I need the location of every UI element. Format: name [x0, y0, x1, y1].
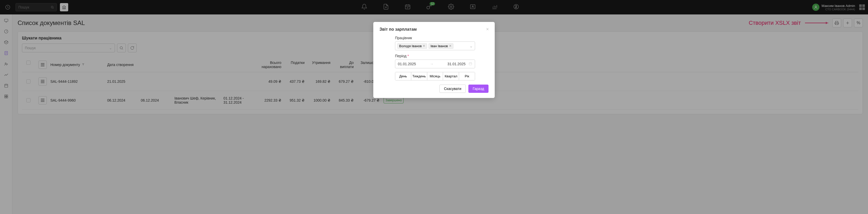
svg-rect-19	[469, 62, 472, 65]
date-range-input[interactable]: 01.01.2025 → 31.01.2025	[395, 60, 475, 68]
cancel-button[interactable]: Скасувати	[439, 84, 466, 93]
close-icon[interactable]	[486, 27, 490, 32]
period-option[interactable]: Тиждень	[411, 72, 427, 80]
date-from: 01.01.2025	[398, 62, 416, 66]
period-option[interactable]: Квартал	[443, 72, 459, 80]
ok-button[interactable]: Гаразд	[468, 84, 489, 93]
period-label: Період *	[395, 54, 489, 58]
tag-remove[interactable]: ✕	[423, 44, 425, 48]
employee-select[interactable]: Володя Іванов✕ Іван Іванов✕ ⌄	[395, 41, 475, 50]
period-option[interactable]: Рік	[459, 72, 475, 80]
employee-tag: Іван Іванов✕	[429, 43, 453, 49]
calendar-icon	[469, 62, 472, 66]
period-option[interactable]: День	[395, 72, 411, 80]
chevron-down-icon: ⌄	[469, 43, 473, 48]
arrow-right-icon: →	[419, 62, 444, 66]
modal-title: Звіт по зарплатам	[379, 27, 489, 32]
employee-tag: Володя Іванов✕	[397, 43, 427, 49]
employee-label: Працівник	[395, 36, 489, 40]
salary-report-modal: Звіт по зарплатам Працівник Володя Івано…	[373, 22, 495, 98]
tag-remove[interactable]: ✕	[449, 44, 452, 48]
date-to: 31.01.2025	[447, 62, 466, 66]
period-option[interactable]: Місяць	[427, 72, 443, 80]
